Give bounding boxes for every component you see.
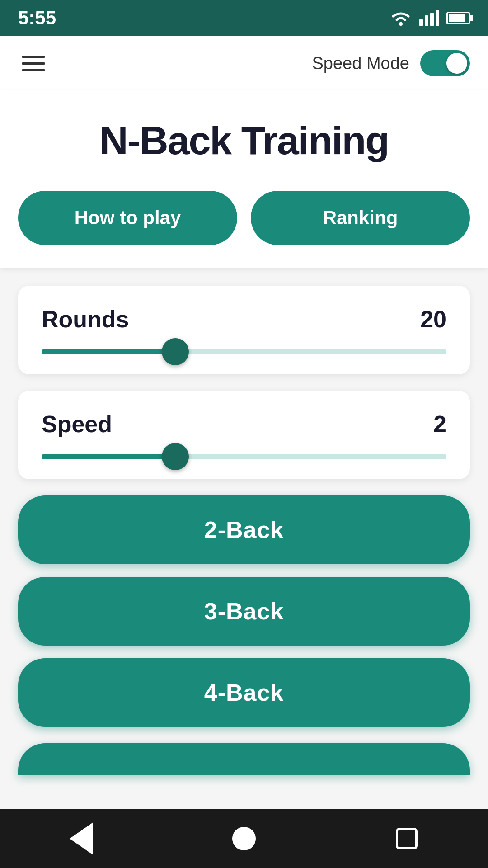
wifi-icon [389,10,412,26]
rounds-slider-track[interactable] [42,349,446,354]
five-back-button-partial[interactable] [18,743,470,775]
nav-back-button[interactable] [63,821,99,857]
speed-mode-label: Speed Mode [312,54,410,73]
recents-icon [396,828,418,849]
speed-slider-track[interactable] [42,454,446,459]
speed-mode-toggle[interactable] [420,50,470,76]
menu-button[interactable] [18,52,49,75]
how-to-play-button[interactable]: How to play [18,191,237,245]
home-icon [232,827,256,850]
speed-header: Speed 2 [42,410,446,438]
header-section: N-Back Training How to play Ranking [0,90,488,268]
header-buttons: How to play Ranking [18,191,470,245]
ranking-button[interactable]: Ranking [251,191,470,245]
nav-bar [0,809,488,868]
nav-recents-button[interactable] [389,821,425,857]
speed-slider-thumb[interactable] [162,443,189,470]
two-back-button[interactable]: 2-Back [18,495,470,564]
game-buttons: 2-Back 3-Back 4-Back [18,495,470,727]
speed-label: Speed [42,410,112,438]
svg-point-0 [399,22,403,26]
status-icons [389,10,470,26]
battery-icon [446,12,470,24]
rounds-header: Rounds 20 [42,306,446,333]
speed-slider-card: Speed 2 [18,391,470,479]
rounds-slider-card: Rounds 20 [18,286,470,374]
svg-rect-3 [430,13,434,26]
rounds-slider-fill [42,349,175,354]
status-time: 5:55 [18,7,56,29]
status-bar: 5:55 [0,0,488,36]
app-title: N-Back Training [18,118,470,164]
rounds-slider-thumb[interactable] [162,338,189,365]
rounds-value: 20 [420,306,446,333]
back-icon [70,822,93,855]
svg-rect-4 [436,10,439,26]
svg-rect-1 [419,19,423,26]
three-back-button[interactable]: 3-Back [18,577,470,646]
four-back-button[interactable]: 4-Back [18,658,470,727]
svg-rect-2 [425,15,428,26]
app-bar: Speed Mode [0,36,488,90]
speed-slider-fill [42,454,175,459]
main-content: Rounds 20 Speed 2 2-Back 3-Back 4-Back [0,268,488,809]
nav-home-button[interactable] [226,821,262,857]
speed-value: 2 [433,410,446,438]
speed-mode-container: Speed Mode [312,50,470,76]
signal-icon [419,10,439,26]
rounds-label: Rounds [42,306,129,333]
